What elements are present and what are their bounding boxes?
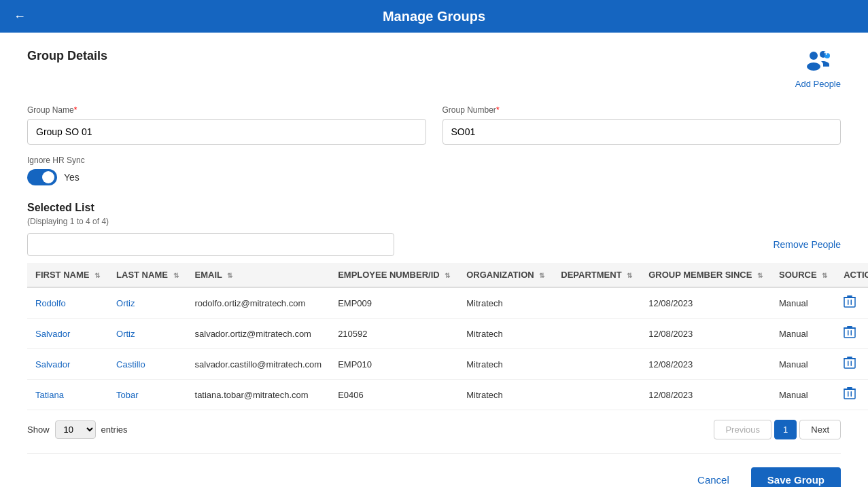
first-name-cell[interactable]: Salvador [27, 349, 108, 380]
people-table: FIRST NAME ⇅ LAST NAME ⇅ EMAIL ⇅ EMPLOYE… [27, 263, 868, 410]
show-entries: Show 102550100 entries [27, 420, 128, 439]
svg-rect-18 [844, 358, 856, 359]
selected-list-title: Selected List [27, 202, 841, 214]
last-name-cell[interactable]: Tobar [108, 380, 186, 410]
group-number-input[interactable] [442, 119, 841, 145]
svg-rect-14 [847, 326, 852, 327]
svg-rect-7 [851, 300, 852, 305]
last-name-cell[interactable]: Ortiz [108, 287, 186, 319]
employee-number-cell: EMP009 [330, 287, 458, 319]
member-since-cell: 12/08/2023 [640, 319, 771, 349]
displaying-count: (Displaying 1 to 4 of 4) [27, 217, 841, 226]
save-group-button[interactable]: Save Group [751, 467, 841, 487]
add-people-label: Add People [795, 79, 841, 89]
email-cell: salvador.ortiz@mitratech.com [187, 319, 330, 349]
department-cell [553, 319, 640, 349]
svg-rect-17 [851, 361, 852, 366]
pagination-row: Show 102550100 entries Previous 1 Next [27, 420, 841, 439]
current-page-number[interactable]: 1 [774, 420, 797, 439]
col-organization[interactable]: ORGANIZATION ⇅ [458, 263, 553, 287]
delete-icon[interactable] [844, 391, 856, 402]
organization-cell: Mitratech [458, 380, 553, 410]
first-name-cell[interactable]: Tatiana [27, 380, 108, 410]
divider [27, 453, 841, 454]
member-since-cell: 12/08/2023 [640, 349, 771, 380]
table-row: Salvador Castillo salvador.castillo@mitr… [27, 349, 868, 380]
footer-row: Cancel Save Group [27, 467, 841, 487]
svg-rect-22 [851, 391, 852, 397]
actions-cell [835, 319, 868, 349]
source-cell: Manual [771, 319, 835, 349]
section-header: Group Details + Add People [27, 49, 841, 89]
svg-rect-15 [844, 359, 855, 368]
remove-people-button[interactable]: Remove People [773, 239, 841, 250]
ignore-hr-sync-toggle[interactable] [27, 169, 57, 185]
back-button[interactable]: ← [14, 10, 26, 24]
entries-per-page-select[interactable]: 102550100 [55, 420, 96, 439]
group-name-input[interactable] [27, 119, 426, 145]
svg-rect-21 [848, 391, 849, 397]
svg-point-0 [810, 52, 818, 60]
organization-cell: Mitratech [458, 349, 553, 380]
previous-button[interactable]: Previous [714, 420, 771, 439]
first-name-cell[interactable]: Rodolfo [27, 287, 108, 319]
svg-rect-20 [844, 389, 855, 399]
group-name-field: Group Name* [27, 105, 426, 145]
show-label: Show [27, 425, 50, 435]
source-cell: Manual [771, 349, 835, 380]
actions-cell [835, 380, 868, 410]
svg-rect-8 [844, 297, 856, 298]
col-email[interactable]: EMAIL ⇅ [187, 263, 330, 287]
col-first-name[interactable]: FIRST NAME ⇅ [27, 263, 108, 287]
group-name-label: Group Name* [27, 105, 426, 115]
email-cell: salvador.castillo@mitratech.com [187, 349, 330, 380]
group-number-label: Group Number* [442, 105, 841, 115]
main-content: Group Details + Add People Group Name* [0, 33, 868, 487]
email-cell: rodolfo.ortiz@mitratech.com [187, 287, 330, 319]
svg-point-1 [807, 62, 820, 71]
col-actions: ACTIONS [835, 263, 868, 287]
svg-rect-19 [847, 357, 852, 358]
delete-icon[interactable] [844, 299, 856, 310]
toggle-wrapper: Yes [27, 169, 841, 185]
add-people-button[interactable]: + Add People [795, 49, 841, 89]
actions-cell [835, 287, 868, 319]
people-search-input[interactable] [27, 233, 394, 256]
col-source[interactable]: SOURCE ⇅ [771, 263, 835, 287]
search-remove-row: Remove People [27, 233, 841, 256]
col-member-since[interactable]: GROUP MEMBER SINCE ⇅ [640, 263, 771, 287]
source-cell: Manual [771, 287, 835, 319]
organization-cell: Mitratech [458, 319, 553, 349]
employee-number-cell: 210592 [330, 319, 458, 349]
svg-rect-13 [844, 327, 856, 329]
ignore-hr-sync-label: Ignore HR Sync [27, 156, 841, 165]
next-button[interactable]: Next [799, 420, 841, 439]
cancel-button[interactable]: Cancel [687, 469, 740, 487]
employee-number-cell: E0406 [330, 380, 458, 410]
group-number-field: Group Number* [442, 105, 841, 145]
form-row: Group Name* Group Number* [27, 105, 841, 145]
email-cell: tatiana.tobar@mitratech.com [187, 380, 330, 410]
organization-cell: Mitratech [458, 287, 553, 319]
last-name-cell[interactable]: Castillo [108, 349, 186, 380]
svg-rect-11 [848, 330, 849, 336]
entries-label: entries [101, 425, 128, 435]
col-last-name[interactable]: LAST NAME ⇅ [108, 263, 186, 287]
first-name-cell[interactable]: Salvador [27, 319, 108, 349]
col-department[interactable]: DEPARTMENT ⇅ [553, 263, 640, 287]
last-name-cell[interactable]: Ortiz [108, 319, 186, 349]
col-employee-number[interactable]: EMPLOYEE NUMBER/ID ⇅ [330, 263, 458, 287]
group-details-title: Group Details [27, 49, 107, 63]
department-cell [553, 287, 640, 319]
toggle-yes-label: Yes [64, 172, 80, 183]
table-header-row: FIRST NAME ⇅ LAST NAME ⇅ EMAIL ⇅ EMPLOYE… [27, 263, 868, 287]
svg-text:+: + [824, 49, 829, 58]
selected-list-section: Selected List (Displaying 1 to 4 of 4) R… [27, 202, 841, 439]
svg-rect-16 [848, 361, 849, 366]
delete-icon[interactable] [844, 329, 856, 341]
delete-icon[interactable] [844, 360, 856, 372]
source-cell: Manual [771, 380, 835, 410]
table-row: Rodolfo Ortiz rodolfo.ortiz@mitratech.co… [27, 287, 868, 319]
svg-rect-6 [848, 300, 849, 305]
add-people-icon: + [804, 49, 831, 76]
